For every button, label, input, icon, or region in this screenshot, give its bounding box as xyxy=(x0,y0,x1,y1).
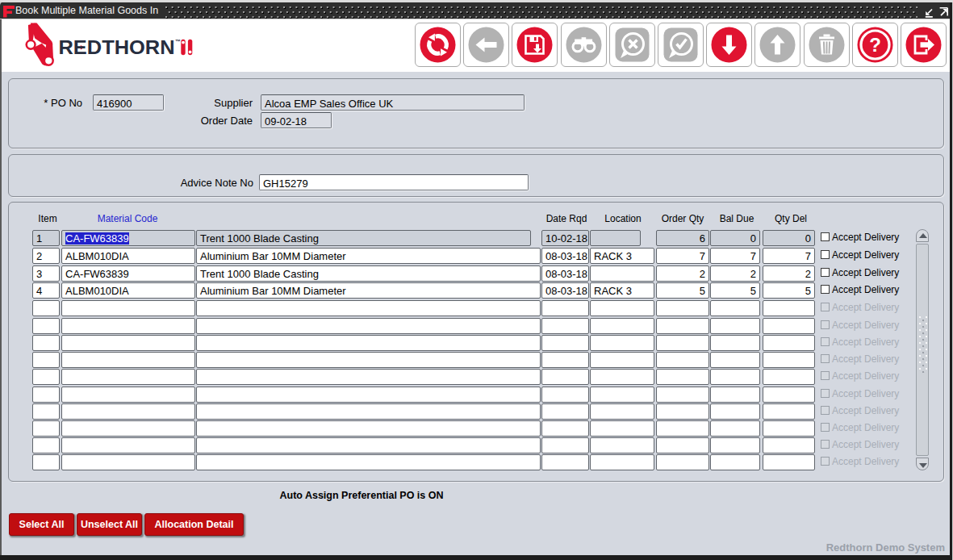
svg-text:?: ? xyxy=(869,34,881,56)
svg-text:REDTHORN: REDTHORN xyxy=(59,36,175,58)
svg-text:™: ™ xyxy=(175,39,181,44)
